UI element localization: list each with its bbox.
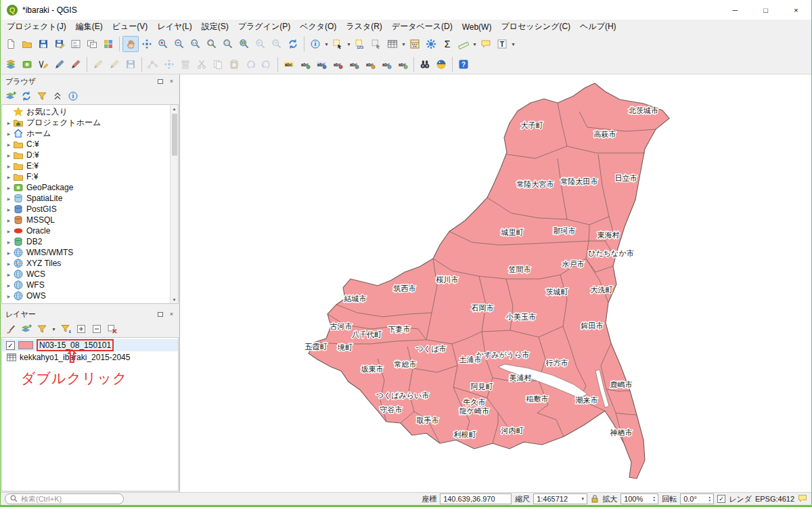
crs-indicator[interactable]: EPSG:4612 — [755, 495, 794, 503]
expander-icon[interactable]: ▶ — [5, 185, 13, 190]
save-layer-edits-button[interactable] — [122, 56, 139, 72]
open-attribute-table-button[interactable] — [384, 36, 401, 52]
identify-features-button[interactable]: i — [307, 36, 323, 52]
redo-button[interactable] — [258, 56, 275, 72]
new-project-button[interactable] — [3, 36, 19, 52]
browser-item[interactable]: ▶プロジェクトホーム — [2, 117, 178, 128]
identify-features-dropdown-icon[interactable]: ▾ — [323, 36, 330, 52]
data-source-manager-button[interactable] — [3, 56, 19, 72]
add-vector-layer-button[interactable] — [35, 56, 51, 72]
metasearch-button[interactable] — [417, 56, 433, 72]
menu-item-11[interactable]: ヘルプ(H) — [575, 20, 621, 34]
filter-browser-button[interactable] — [35, 89, 49, 103]
current-edits-button[interactable] — [90, 56, 106, 72]
menu-item-3[interactable]: レイヤ(L) — [152, 20, 197, 34]
new-geopackage-layer-button[interactable] — [68, 56, 84, 72]
text-annotation-dropdown-icon[interactable]: ▾ — [510, 36, 516, 52]
expander-icon[interactable]: ▶ — [5, 283, 13, 288]
properties-widget-button[interactable]: i — [66, 89, 80, 103]
open-layer-styling-button[interactable] — [4, 322, 18, 336]
expander-icon[interactable]: ▶ — [5, 272, 13, 277]
expander-icon[interactable]: ▶ — [5, 175, 13, 179]
browser-item[interactable]: ▶WFS — [2, 280, 178, 290]
collapse-all-layers-button[interactable] — [90, 322, 104, 336]
show-hide-labels-button[interactable]: abc — [346, 56, 362, 72]
expander-icon[interactable]: ▶ — [5, 142, 13, 147]
browser-close-icon[interactable]: × — [167, 77, 176, 86]
browser-item[interactable]: ▶XYZ Tiles — [2, 258, 178, 269]
pin-unpin-labels-button[interactable]: abc — [330, 56, 346, 72]
messages-icon[interactable] — [798, 494, 807, 504]
browser-item[interactable]: ▶C:¥ — [2, 139, 178, 150]
expander-icon[interactable]: ▶ — [5, 250, 13, 255]
zoom-out-button[interactable] — [171, 36, 187, 52]
menu-item-6[interactable]: ベクタ(O) — [295, 20, 341, 34]
rotation-input[interactable]: 0.0° ▴▾ — [680, 493, 714, 504]
scroll-up-icon[interactable]: ▲ — [171, 105, 178, 112]
expander-icon[interactable]: ▶ — [5, 218, 13, 223]
layer-diagram-options-button[interactable]: abc — [297, 56, 313, 72]
menu-item-8[interactable]: データベース(D) — [387, 20, 457, 34]
expander-icon[interactable]: ▶ — [5, 196, 13, 201]
style-manager-button[interactable] — [100, 36, 116, 52]
layout-manager-button[interactable] — [84, 36, 100, 52]
select-by-value-button[interactable]: 123 — [352, 36, 368, 52]
browser-item[interactable]: ▶WCS — [2, 269, 178, 280]
rotate-label-button[interactable]: abc — [378, 56, 394, 72]
browser-item[interactable]: ▶D:¥ — [2, 150, 178, 160]
undo-button[interactable] — [242, 56, 258, 72]
browser-item[interactable]: ▶GeoPackage — [2, 182, 178, 193]
refresh-map-button[interactable] — [285, 36, 301, 52]
scroll-thumb[interactable] — [172, 114, 177, 156]
open-attribute-table-dropdown-icon[interactable]: ▾ — [401, 36, 407, 52]
scroll-down-icon[interactable]: ▼ — [171, 296, 178, 303]
highlight-pinned-labels-button[interactable]: abc — [313, 56, 330, 72]
layers-close-icon[interactable]: × — [167, 310, 176, 319]
layer-item[interactable]: kekkahyo1_ibaraki_2015-2045 — [2, 351, 178, 363]
statistics-summary-button[interactable]: Σ — [439, 36, 455, 52]
field-calculator-button[interactable] — [407, 36, 423, 52]
expander-icon[interactable]: ▶ — [5, 261, 13, 266]
menu-item-0[interactable]: プロジェクト(J) — [2, 20, 71, 34]
locator-search-input[interactable]: 検索(Ctrl+K) — [5, 493, 124, 504]
zoom-last-button[interactable] — [252, 36, 269, 52]
python-console-button[interactable] — [433, 56, 449, 72]
browser-item[interactable]: ▶MSSQL — [2, 215, 178, 225]
menu-item-9[interactable]: Web(W) — [457, 21, 497, 33]
zoom-to-layer-button[interactable] — [236, 36, 252, 52]
browser-item[interactable]: ▶WMS/WMTS — [2, 247, 178, 258]
expander-icon[interactable]: ▶ — [5, 240, 13, 244]
menu-item-7[interactable]: ラスタ(R) — [341, 20, 387, 34]
magnifier-input[interactable]: 100% ▴▾ — [621, 493, 658, 504]
delete-selected-button[interactable] — [177, 56, 194, 72]
select-features-dropdown-icon[interactable]: ▾ — [346, 36, 352, 52]
measure-button[interactable] — [455, 36, 472, 52]
menu-item-10[interactable]: プロセッシング(C) — [496, 20, 575, 34]
expander-icon[interactable]: ▶ — [5, 153, 13, 158]
lock-scale-icon[interactable] — [591, 494, 599, 504]
maximize-button[interactable]: □ — [750, 0, 781, 20]
processing-toolbox-button[interactable] — [423, 36, 439, 52]
scale-combobox[interactable]: 1:465712 ▾ — [533, 493, 587, 504]
toggle-editing-button[interactable] — [106, 56, 122, 72]
remove-layer-button[interactable] — [106, 322, 119, 336]
help-contents-button[interactable]: ? — [455, 56, 472, 72]
save-project-as-button[interactable] — [51, 36, 68, 52]
filter-legend-button[interactable]: ε — [59, 322, 72, 336]
pan-to-selection-button[interactable] — [139, 36, 155, 52]
expander-icon[interactable]: ▶ — [5, 229, 13, 234]
add-selected-layers-button[interactable]: + — [4, 89, 18, 103]
expander-icon[interactable]: ▶ — [5, 120, 13, 125]
browser-scrollbar[interactable]: ▲ ▼ — [170, 105, 178, 303]
expander-icon[interactable]: ▶ — [5, 207, 13, 212]
refresh-browser-button[interactable] — [20, 89, 33, 103]
pan-map-button[interactable] — [122, 36, 139, 52]
collapse-all-button[interactable] — [51, 89, 64, 103]
browser-item[interactable]: お気に入り — [2, 106, 178, 117]
save-project-button[interactable] — [35, 36, 51, 52]
measure-dropdown-icon[interactable]: ▾ — [472, 36, 478, 52]
browser-item[interactable]: ▶SpatiaLite — [2, 193, 178, 204]
titlebar[interactable]: Q *ibaraki - QGIS ─ □ × — [1, 0, 811, 20]
zoom-next-button[interactable] — [269, 36, 285, 52]
text-annotation-button[interactable]: T — [494, 36, 510, 52]
